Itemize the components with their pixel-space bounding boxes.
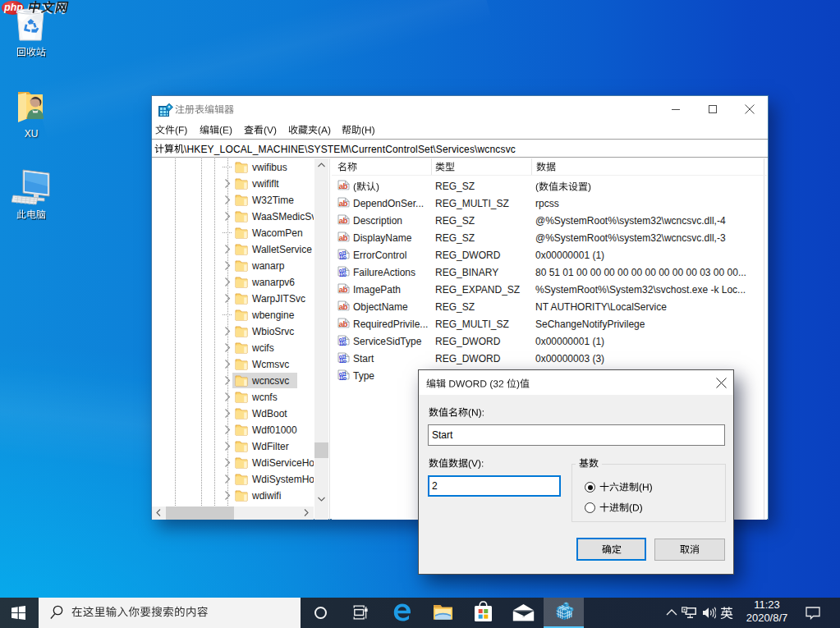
- svg-text:ab: ab: [339, 181, 348, 190]
- svg-text:ab: ab: [339, 199, 348, 208]
- svg-text:ab: ab: [339, 302, 348, 311]
- svg-text:ab: ab: [339, 319, 348, 328]
- svg-text:11o: 11o: [339, 375, 347, 381]
- svg-text:11o: 11o: [339, 272, 347, 277]
- svg-text:11o: 11o: [339, 254, 347, 260]
- svg-text:11o: 11o: [339, 358, 347, 364]
- svg-text:ab: ab: [339, 285, 348, 294]
- svg-text:11o: 11o: [339, 341, 347, 346]
- svg-text:ab: ab: [339, 216, 348, 225]
- svg-text:ab: ab: [339, 233, 348, 242]
